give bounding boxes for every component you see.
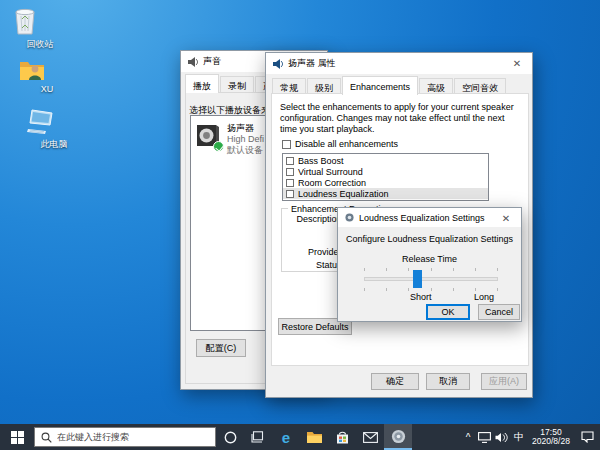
device-name: 扬声器 [227, 123, 264, 134]
slider-ticks [364, 288, 498, 291]
user-folder-icon [19, 58, 75, 82]
store-button[interactable] [328, 424, 356, 450]
disable-all-label: Disable all enhancements [295, 139, 398, 149]
tray-chevron-up[interactable]: ^ [460, 424, 476, 450]
device-status: 默认设备 [227, 145, 264, 156]
default-device-check-icon [213, 141, 224, 152]
cortana-button[interactable] [216, 424, 244, 450]
tray-ime-indicator[interactable]: 中 [510, 424, 528, 450]
loudness-title: Loudness Equalization Settings [359, 213, 485, 223]
search-input[interactable] [57, 432, 197, 442]
tab-recording[interactable]: 录制 [220, 76, 254, 93]
disable-all-enhancements[interactable]: Disable all enhancements [282, 139, 398, 149]
properties-title: 扬声器 属性 [288, 57, 336, 70]
desktop-icon-label: 回收站 [12, 38, 68, 51]
tab-playback[interactable]: 播放 [185, 74, 219, 93]
tray-clock[interactable]: 17:50 2020/8/28 [528, 424, 574, 450]
enhancement-item-room-correction[interactable]: Room Correction [283, 177, 488, 188]
loudness-titlebar: Loudness Equalization Settings ✕ [338, 208, 521, 227]
bass-boost-checkbox[interactable] [286, 157, 294, 165]
close-icon[interactable]: ✕ [502, 53, 532, 74]
speaker-icon [273, 59, 283, 69]
tray-date: 2020/8/28 [532, 437, 570, 447]
search-icon [41, 432, 52, 443]
tray-network-button[interactable] [476, 424, 493, 450]
configure-button[interactable]: 配置(C) [196, 339, 246, 357]
ok-button[interactable]: OK [426, 304, 470, 320]
desktop-icon-this-pc[interactable]: 此电脑 [26, 108, 82, 151]
desktop-icon-user-folder[interactable]: XU [19, 58, 75, 94]
slider-ticks [364, 268, 498, 271]
sound-dialog-title: 声音 [203, 55, 221, 68]
action-center-icon [581, 431, 594, 443]
store-icon [336, 431, 349, 444]
cancel-button[interactable]: Cancel [478, 304, 520, 320]
edge-icon: e [282, 429, 290, 446]
this-pc-icon [26, 108, 82, 136]
close-icon[interactable]: ✕ [491, 208, 521, 229]
slider-min-label: Short [410, 292, 432, 302]
desktop-icon-recycle-bin[interactable]: 回收站 [12, 6, 68, 51]
start-button[interactable] [0, 424, 34, 450]
desktop-icon-label: 此电脑 [26, 138, 82, 151]
apply-button: 应用(A) [481, 373, 527, 390]
slider-track[interactable] [364, 277, 498, 281]
disable-all-checkbox[interactable] [282, 140, 291, 149]
loudness-settings-dialog: Loudness Equalization Settings ✕ Configu… [337, 207, 522, 322]
edge-button[interactable]: e [272, 424, 300, 450]
file-explorer-button[interactable] [300, 424, 328, 450]
virtual-surround-checkbox[interactable] [286, 168, 294, 176]
release-time-label: Release Time [338, 254, 521, 264]
loudness-instruction: Configure Loudness Equalization Settings [346, 234, 513, 244]
loudness-equalization-checkbox[interactable] [286, 190, 294, 198]
sound-app-icon [391, 429, 406, 444]
taskbar: e ^ [0, 424, 600, 450]
tab-enhancements[interactable]: Enhancements [342, 76, 418, 95]
cancel-button[interactable]: 取消 [426, 373, 470, 390]
task-view-button[interactable] [244, 424, 272, 450]
slider-thumb[interactable] [413, 270, 422, 288]
status-label: Status: [282, 260, 344, 270]
tray-volume-button[interactable] [493, 424, 510, 450]
enhancement-item-virtual-surround[interactable]: Virtual Surround [283, 166, 488, 177]
speaker-device-icon [195, 123, 221, 149]
mail-button[interactable] [356, 424, 384, 450]
file-explorer-icon [307, 431, 322, 443]
enhancement-item-bass-boost[interactable]: Bass Boost [283, 155, 488, 166]
slider-max-label: Long [474, 292, 494, 302]
desktop-icon-label: XU [19, 84, 75, 94]
device-driver: High Defi [227, 134, 264, 145]
action-center-button[interactable] [574, 424, 600, 450]
network-icon [478, 432, 491, 443]
properties-titlebar: 扬声器 属性 ✕ [266, 53, 532, 74]
speaker-icon [345, 213, 354, 222]
recycle-bin-icon [12, 6, 68, 36]
enhancement-label: Virtual Surround [298, 167, 363, 177]
enhancement-label: Bass Boost [298, 156, 344, 166]
enhancements-list[interactable]: Bass Boost Virtual Surround Room Correct… [282, 153, 489, 201]
windows-logo-icon [11, 431, 24, 444]
ok-button[interactable]: 确定 [371, 373, 419, 390]
enhancements-instruction: Select the enhancements to apply for you… [280, 102, 518, 135]
system-tray: ^ 中 17:50 2020/8/28 [460, 424, 600, 450]
taskbar-search[interactable] [34, 427, 216, 447]
speaker-icon [188, 57, 198, 67]
provider-label: Provider: [282, 247, 344, 257]
desktop: 回收站 XU 此电脑 声音 [0, 0, 600, 450]
description-label: Description: [282, 214, 344, 224]
volume-icon [495, 432, 508, 443]
cortana-icon [224, 431, 237, 444]
task-view-icon [251, 431, 265, 443]
mail-icon [363, 432, 378, 443]
enhancement-label: Loudness Equalization [298, 189, 389, 199]
enhancement-item-loudness-equalization[interactable]: Loudness Equalization [283, 188, 488, 199]
room-correction-checkbox[interactable] [286, 179, 294, 187]
sound-app-button[interactable] [384, 424, 412, 450]
chevron-up-icon: ^ [466, 432, 471, 443]
enhancement-label: Room Correction [298, 178, 366, 188]
